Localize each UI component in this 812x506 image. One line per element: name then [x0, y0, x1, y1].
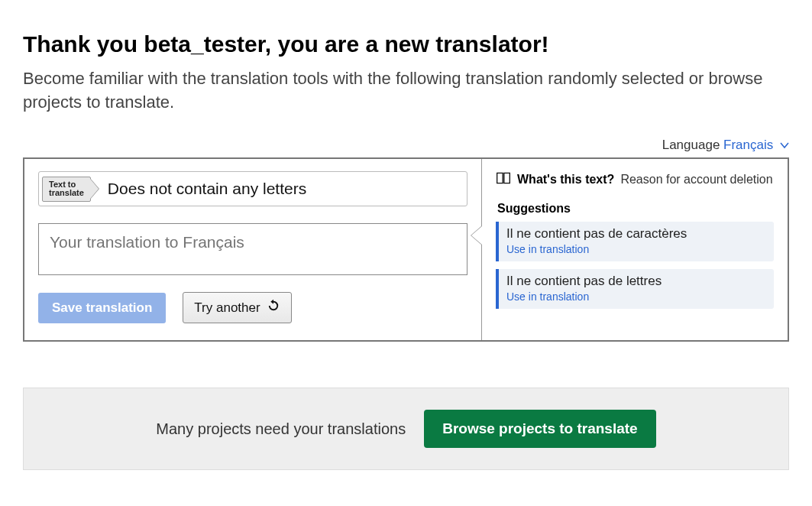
translation-panel: Text to translate Does not contain any l… — [23, 157, 789, 342]
save-button[interactable]: Save translation — [38, 293, 166, 323]
translation-panel-left: Text to translate Does not contain any l… — [24, 159, 482, 340]
translation-panel-right: What's this text? Reason for account del… — [482, 159, 788, 340]
page-subtitle: Become familiar with the translation too… — [23, 67, 789, 115]
context-value: Reason for account deletion — [620, 173, 772, 187]
context-label: What's this text? — [517, 173, 614, 187]
source-text-label: Text to translate — [42, 177, 91, 202]
try-another-button[interactable]: Try another — [183, 292, 291, 323]
page-title: Thank you beta_tester, you are a new tra… — [23, 31, 789, 58]
try-another-label: Try another — [194, 300, 260, 316]
context-row: What's this text? Reason for account del… — [496, 171, 774, 188]
suggestion-text: Il ne contient pas de lettres — [506, 274, 766, 289]
bottom-cta-bar: Many projects need your translations Bro… — [23, 388, 789, 470]
browse-projects-button[interactable]: Browse projects to translate — [424, 410, 656, 448]
use-in-translation-link[interactable]: Use in translation — [506, 243, 766, 255]
suggestion-item: Il ne contient pas de caractères Use in … — [496, 222, 774, 261]
source-text-row: Text to translate Does not contain any l… — [38, 171, 467, 206]
language-select[interactable]: Français — [723, 138, 789, 152]
language-current: Français — [723, 138, 773, 152]
suggestion-text: Il ne contient pas de caractères — [506, 226, 766, 242]
source-text: Does not contain any letters — [91, 172, 467, 206]
suggestions-title: Suggestions — [496, 202, 774, 216]
suggestion-item: Il ne contient pas de lettres Use in tra… — [496, 269, 774, 309]
translation-input[interactable] — [38, 223, 467, 275]
language-label: Language — [662, 138, 720, 152]
chevron-down-icon — [780, 138, 789, 153]
undo-icon — [267, 299, 280, 316]
book-icon — [496, 171, 511, 188]
speech-notch — [471, 226, 482, 245]
language-picker-row: Language Français — [23, 138, 789, 154]
bottom-cta-text: Many projects need your translations — [156, 420, 406, 438]
use-in-translation-link[interactable]: Use in translation — [506, 290, 766, 303]
